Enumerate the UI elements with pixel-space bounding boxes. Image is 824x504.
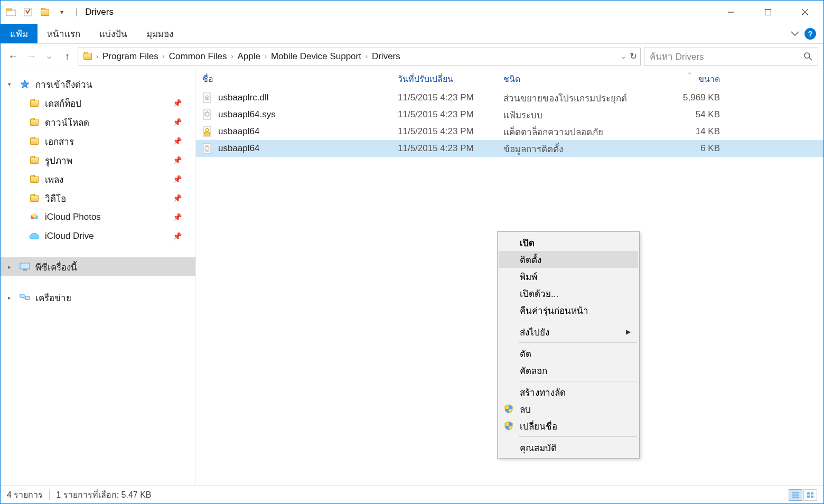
nav-icloud-photos[interactable]: iCloud Photos📌 <box>1 208 195 227</box>
svg-rect-33 <box>807 492 810 494</box>
breadcrumb-item[interactable]: Program Files <box>100 50 161 63</box>
ctx-print[interactable]: พิมพ์ <box>499 268 638 285</box>
view-details-button[interactable] <box>789 489 802 501</box>
ctx-cut[interactable]: ตัด <box>499 345 638 362</box>
column-type[interactable]: ชนิด <box>503 72 659 86</box>
file-icon <box>202 143 213 154</box>
status-separator <box>49 490 50 500</box>
pc-icon <box>20 262 30 272</box>
svg-rect-15 <box>20 294 24 297</box>
chevron-down-icon[interactable]: ▾ <box>8 81 11 88</box>
breadcrumb-item[interactable]: Apple <box>235 50 262 63</box>
search-box[interactable]: ค้นหา Drivers <box>644 48 818 66</box>
nav-label: เอกสาร <box>45 134 74 148</box>
column-size[interactable]: ⌵ขนาด <box>659 72 720 86</box>
nav-desktop[interactable]: เดสก์ท็อป📌 <box>1 94 195 113</box>
qat-folder-icon[interactable] <box>39 6 51 18</box>
view-icons-button[interactable] <box>803 489 817 501</box>
nav-videos[interactable]: วิดีโอ📌 <box>1 189 195 208</box>
ribbon-tab-share[interactable]: แบ่งปัน <box>90 24 137 43</box>
qat-properties-icon[interactable] <box>22 6 34 18</box>
chevron-right-icon[interactable]: ▸ <box>8 294 11 301</box>
status-bar: 4 รายการ 1 รายการที่เลือก: 5.47 KB <box>1 486 823 503</box>
context-menu: เปิด ติดตั้ง พิมพ์ เปิดด้วย... คืนค่ารุ่… <box>497 231 640 459</box>
ctx-open-with[interactable]: เปิดด้วย... <box>499 285 638 302</box>
breadcrumb-sep[interactable]: › <box>366 53 368 60</box>
file-date: 11/5/2015 4:23 PM <box>398 126 503 137</box>
window-title: Drivers <box>85 7 114 17</box>
nav-up-button[interactable]: ↑ <box>60 49 74 64</box>
ctx-open[interactable]: เปิด <box>499 234 638 251</box>
file-row[interactable]: usbaapl6411/5/2015 4:23 PMแค็ตตาล็อกความ… <box>196 123 823 140</box>
breadcrumb-sep[interactable]: › <box>231 53 233 60</box>
nav-forward-button[interactable]: → <box>24 49 39 64</box>
nav-recent-dropdown[interactable]: ⌵ <box>42 49 57 64</box>
svg-line-8 <box>809 58 812 60</box>
ribbon-tab-file[interactable]: แฟ้ม <box>1 24 38 43</box>
column-date[interactable]: วันที่ปรับเปลี่ยน <box>398 72 503 86</box>
nav-icloud-drive[interactable]: iCloud Drive📌 <box>1 227 195 246</box>
folder-icon <box>29 117 40 127</box>
nav-this-pc[interactable]: ▸ พีซีเครื่องนี้ <box>1 257 195 276</box>
column-headers: ชื่อ วันที่ปรับเปลี่ยน ชนิด ⌵ขนาด <box>196 69 823 89</box>
breadcrumb-sep[interactable]: › <box>163 53 165 60</box>
file-name: usbaapl64 <box>218 143 259 154</box>
file-row[interactable]: usbaaplrc.dll11/5/2015 4:23 PMส่วนขยายขอ… <box>196 89 823 106</box>
nav-documents[interactable]: เอกสาร📌 <box>1 132 195 151</box>
svg-rect-1 <box>6 8 12 11</box>
minimize-button[interactable] <box>713 1 750 24</box>
file-size: 54 KB <box>659 109 720 120</box>
nav-label: วิดีโอ <box>45 191 66 206</box>
breadcrumb-item[interactable]: Drivers <box>370 50 402 63</box>
nav-network[interactable]: ▸ เครือข่าย <box>1 288 195 307</box>
file-date: 11/5/2015 4:23 PM <box>398 92 503 103</box>
pin-icon: 📌 <box>173 137 182 145</box>
system-menu-icon[interactable] <box>5 6 17 18</box>
nav-label: เครือข่าย <box>35 291 71 305</box>
close-button[interactable] <box>786 1 823 24</box>
file-icon <box>202 92 213 103</box>
nav-back-button[interactable]: ← <box>6 49 21 64</box>
file-icon <box>202 109 213 120</box>
nav-pictures[interactable]: รูปภาพ📌 <box>1 151 195 170</box>
ctx-delete[interactable]: ลบ <box>499 400 638 417</box>
breadcrumb-sep[interactable]: › <box>265 53 267 60</box>
ribbon-expand-icon[interactable] <box>791 31 799 36</box>
nav-downloads[interactable]: ดาวน์โหลด📌 <box>1 113 195 132</box>
address-row: ← → ⌵ ↑ › Program Files › Common Files ›… <box>1 44 823 69</box>
ctx-properties[interactable]: คุณสมบัติ <box>499 439 638 456</box>
column-name[interactable]: ชื่อ <box>202 72 398 86</box>
file-row[interactable]: usbaapl64.sys11/5/2015 4:23 PMแฟ้มระบบ54… <box>196 106 823 123</box>
help-icon[interactable]: ? <box>804 28 816 40</box>
address-folder-icon <box>81 50 94 63</box>
pin-icon: 📌 <box>173 156 182 164</box>
address-bar[interactable]: › Program Files › Common Files › Apple ›… <box>78 48 641 66</box>
svg-rect-24 <box>204 132 210 135</box>
file-row[interactable]: usbaapl6411/5/2015 4:23 PMข้อมูลการติดตั… <box>196 140 823 157</box>
ctx-separator <box>519 436 637 437</box>
nav-label: iCloud Photos <box>45 212 101 222</box>
ctx-install[interactable]: ติดตั้ง <box>499 251 638 268</box>
file-date: 11/5/2015 4:23 PM <box>398 109 503 120</box>
breadcrumb-item[interactable]: Mobile Device Support <box>269 50 363 63</box>
ctx-send-to[interactable]: ส่งไปยัง▶ <box>499 323 638 340</box>
ribbon-tab-home[interactable]: หน้าแรก <box>38 24 90 43</box>
breadcrumb-item[interactable]: Common Files <box>167 50 229 63</box>
ribbon-tab-view[interactable]: มุมมอง <box>137 24 183 43</box>
chevron-right-icon[interactable]: ▸ <box>8 264 11 270</box>
ctx-shortcut[interactable]: สร้างทางลัด <box>499 384 638 400</box>
refresh-icon[interactable]: ↻ <box>630 51 637 62</box>
ctx-restore[interactable]: คืนค่ารุ่นก่อนหน้า <box>499 302 638 319</box>
file-size: 6 KB <box>659 143 720 154</box>
svg-rect-14 <box>23 269 27 270</box>
nav-music[interactable]: เพลง📌 <box>1 170 195 189</box>
breadcrumb-sep[interactable]: › <box>96 53 98 60</box>
address-dropdown-icon[interactable]: ⌵ <box>622 53 625 60</box>
search-icon[interactable] <box>804 52 812 61</box>
folder-icon <box>29 98 40 108</box>
ctx-rename[interactable]: เปลี่ยนชื่อ <box>499 417 638 434</box>
qat-dropdown-icon[interactable]: ▾ <box>55 6 68 18</box>
ctx-copy[interactable]: คัดลอก <box>499 362 638 379</box>
nav-quick-access[interactable]: ▾ การเข้าถึงด่วน <box>1 74 195 94</box>
maximize-button[interactable] <box>750 1 786 24</box>
